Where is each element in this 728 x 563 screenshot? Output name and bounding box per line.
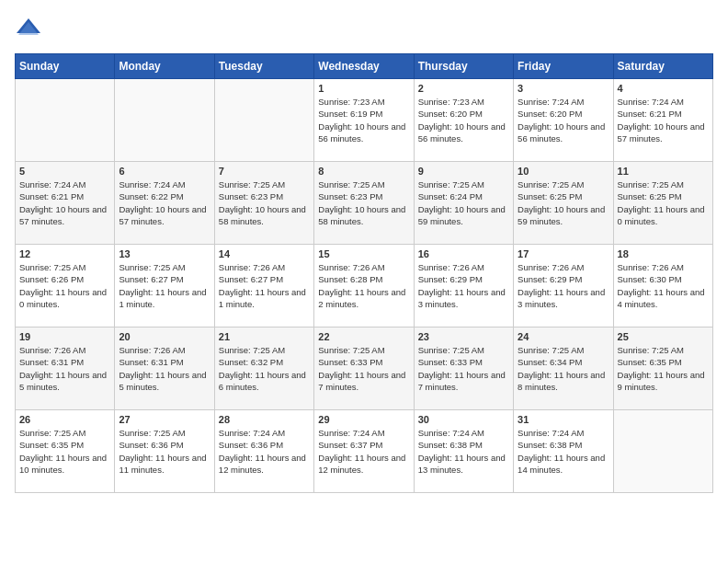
day-cell: 7Sunrise: 7:25 AM Sunset: 6:23 PM Daylig… <box>214 162 313 245</box>
week-row-2: 5Sunrise: 7:24 AM Sunset: 6:21 PM Daylig… <box>16 162 713 245</box>
page-header <box>15 15 713 42</box>
day-info: Sunrise: 7:25 AM Sunset: 6:24 PM Dayligh… <box>418 178 509 227</box>
weekday-header-tuesday: Tuesday <box>214 54 313 79</box>
day-cell: 29Sunrise: 7:24 AM Sunset: 6:37 PM Dayli… <box>314 410 414 493</box>
day-number: 12 <box>19 248 110 259</box>
day-info: Sunrise: 7:25 AM Sunset: 6:26 PM Dayligh… <box>19 261 110 310</box>
weekday-header-wednesday: Wednesday <box>314 54 414 79</box>
day-info: Sunrise: 7:25 AM Sunset: 6:33 PM Dayligh… <box>318 344 409 393</box>
day-info: Sunrise: 7:25 AM Sunset: 6:27 PM Dayligh… <box>119 261 210 310</box>
day-number: 15 <box>318 248 409 259</box>
day-info: Sunrise: 7:24 AM Sunset: 6:21 PM Dayligh… <box>618 96 709 144</box>
day-info: Sunrise: 7:25 AM Sunset: 6:35 PM Dayligh… <box>618 344 709 393</box>
day-info: Sunrise: 7:25 AM Sunset: 6:25 PM Dayligh… <box>518 178 609 227</box>
day-cell: 27Sunrise: 7:25 AM Sunset: 6:36 PM Dayli… <box>115 410 214 493</box>
day-cell <box>115 79 214 162</box>
weekday-header-row: SundayMondayTuesdayWednesdayThursdayFrid… <box>16 54 713 79</box>
day-info: Sunrise: 7:25 AM Sunset: 6:33 PM Dayligh… <box>418 344 509 393</box>
day-info: Sunrise: 7:23 AM Sunset: 6:20 PM Dayligh… <box>418 96 509 144</box>
day-number: 16 <box>418 248 509 259</box>
day-number: 13 <box>119 248 210 259</box>
day-cell: 14Sunrise: 7:26 AM Sunset: 6:27 PM Dayli… <box>214 245 313 327</box>
day-number: 6 <box>119 166 210 177</box>
day-number: 17 <box>518 248 609 259</box>
week-row-4: 19Sunrise: 7:26 AM Sunset: 6:31 PM Dayli… <box>16 327 713 410</box>
day-info: Sunrise: 7:24 AM Sunset: 6:38 PM Dayligh… <box>518 427 609 476</box>
day-cell: 5Sunrise: 7:24 AM Sunset: 6:21 PM Daylig… <box>16 162 115 245</box>
day-info: Sunrise: 7:24 AM Sunset: 6:21 PM Dayligh… <box>19 178 110 227</box>
day-info: Sunrise: 7:26 AM Sunset: 6:29 PM Dayligh… <box>418 261 509 310</box>
day-cell: 31Sunrise: 7:24 AM Sunset: 6:38 PM Dayli… <box>514 410 613 493</box>
day-cell: 28Sunrise: 7:24 AM Sunset: 6:36 PM Dayli… <box>214 410 313 493</box>
day-number: 11 <box>618 166 709 177</box>
day-cell: 26Sunrise: 7:25 AM Sunset: 6:35 PM Dayli… <box>16 410 115 493</box>
day-cell: 4Sunrise: 7:24 AM Sunset: 6:21 PM Daylig… <box>613 79 712 162</box>
day-number: 10 <box>518 166 609 177</box>
weekday-header-monday: Monday <box>115 54 214 79</box>
day-number: 23 <box>418 331 509 342</box>
day-info: Sunrise: 7:26 AM Sunset: 6:31 PM Dayligh… <box>19 344 110 393</box>
day-number: 30 <box>418 414 509 425</box>
day-info: Sunrise: 7:25 AM Sunset: 6:23 PM Dayligh… <box>318 178 409 227</box>
day-cell: 9Sunrise: 7:25 AM Sunset: 6:24 PM Daylig… <box>414 162 513 245</box>
day-cell <box>16 79 115 162</box>
day-cell: 20Sunrise: 7:26 AM Sunset: 6:31 PM Dayli… <box>115 327 214 410</box>
weekday-header-friday: Friday <box>514 54 613 79</box>
day-cell <box>613 410 712 493</box>
day-info: Sunrise: 7:23 AM Sunset: 6:19 PM Dayligh… <box>318 96 409 144</box>
day-info: Sunrise: 7:24 AM Sunset: 6:38 PM Dayligh… <box>418 427 509 476</box>
day-info: Sunrise: 7:25 AM Sunset: 6:25 PM Dayligh… <box>618 178 709 227</box>
day-cell: 1Sunrise: 7:23 AM Sunset: 6:19 PM Daylig… <box>314 79 414 162</box>
day-number: 3 <box>518 83 609 94</box>
day-number: 8 <box>318 166 409 177</box>
logo <box>15 15 46 42</box>
day-info: Sunrise: 7:25 AM Sunset: 6:35 PM Dayligh… <box>19 427 110 476</box>
day-cell: 16Sunrise: 7:26 AM Sunset: 6:29 PM Dayli… <box>414 245 513 327</box>
day-cell: 21Sunrise: 7:25 AM Sunset: 6:32 PM Dayli… <box>214 327 313 410</box>
day-number: 21 <box>219 331 310 342</box>
day-number: 18 <box>618 248 709 259</box>
day-cell: 30Sunrise: 7:24 AM Sunset: 6:38 PM Dayli… <box>414 410 513 493</box>
day-cell: 11Sunrise: 7:25 AM Sunset: 6:25 PM Dayli… <box>613 162 712 245</box>
weekday-header-sunday: Sunday <box>16 54 115 79</box>
day-cell: 24Sunrise: 7:25 AM Sunset: 6:34 PM Dayli… <box>514 327 613 410</box>
day-cell: 19Sunrise: 7:26 AM Sunset: 6:31 PM Dayli… <box>16 327 115 410</box>
day-info: Sunrise: 7:24 AM Sunset: 6:36 PM Dayligh… <box>219 427 310 476</box>
day-number: 19 <box>19 331 110 342</box>
day-number: 9 <box>418 166 509 177</box>
weekday-header-thursday: Thursday <box>414 54 513 79</box>
day-number: 14 <box>219 248 310 259</box>
day-number: 4 <box>618 83 709 94</box>
day-info: Sunrise: 7:26 AM Sunset: 6:28 PM Dayligh… <box>318 261 409 310</box>
day-cell: 15Sunrise: 7:26 AM Sunset: 6:28 PM Dayli… <box>314 245 414 327</box>
day-cell: 2Sunrise: 7:23 AM Sunset: 6:20 PM Daylig… <box>414 79 513 162</box>
day-number: 31 <box>518 414 609 425</box>
day-info: Sunrise: 7:26 AM Sunset: 6:31 PM Dayligh… <box>119 344 210 393</box>
day-number: 7 <box>219 166 310 177</box>
week-row-5: 26Sunrise: 7:25 AM Sunset: 6:35 PM Dayli… <box>16 410 713 493</box>
day-cell: 23Sunrise: 7:25 AM Sunset: 6:33 PM Dayli… <box>414 327 513 410</box>
day-cell: 12Sunrise: 7:25 AM Sunset: 6:26 PM Dayli… <box>16 245 115 327</box>
day-info: Sunrise: 7:24 AM Sunset: 6:20 PM Dayligh… <box>518 96 609 144</box>
day-number: 26 <box>19 414 110 425</box>
day-number: 27 <box>119 414 210 425</box>
day-cell: 8Sunrise: 7:25 AM Sunset: 6:23 PM Daylig… <box>314 162 414 245</box>
day-number: 1 <box>318 83 409 94</box>
day-number: 20 <box>119 331 210 342</box>
day-info: Sunrise: 7:24 AM Sunset: 6:37 PM Dayligh… <box>318 427 409 476</box>
day-cell: 6Sunrise: 7:24 AM Sunset: 6:22 PM Daylig… <box>115 162 214 245</box>
day-info: Sunrise: 7:25 AM Sunset: 6:32 PM Dayligh… <box>219 344 310 393</box>
week-row-3: 12Sunrise: 7:25 AM Sunset: 6:26 PM Dayli… <box>16 245 713 327</box>
week-row-1: 1Sunrise: 7:23 AM Sunset: 6:19 PM Daylig… <box>16 79 713 162</box>
day-cell: 13Sunrise: 7:25 AM Sunset: 6:27 PM Dayli… <box>115 245 214 327</box>
day-info: Sunrise: 7:25 AM Sunset: 6:36 PM Dayligh… <box>119 427 210 476</box>
day-number: 22 <box>318 331 409 342</box>
day-number: 25 <box>618 331 709 342</box>
day-cell: 10Sunrise: 7:25 AM Sunset: 6:25 PM Dayli… <box>514 162 613 245</box>
day-number: 5 <box>19 166 110 177</box>
day-info: Sunrise: 7:26 AM Sunset: 6:27 PM Dayligh… <box>219 261 310 310</box>
day-number: 28 <box>219 414 310 425</box>
day-info: Sunrise: 7:26 AM Sunset: 6:30 PM Dayligh… <box>618 261 709 310</box>
day-number: 2 <box>418 83 509 94</box>
weekday-header-saturday: Saturday <box>613 54 712 79</box>
